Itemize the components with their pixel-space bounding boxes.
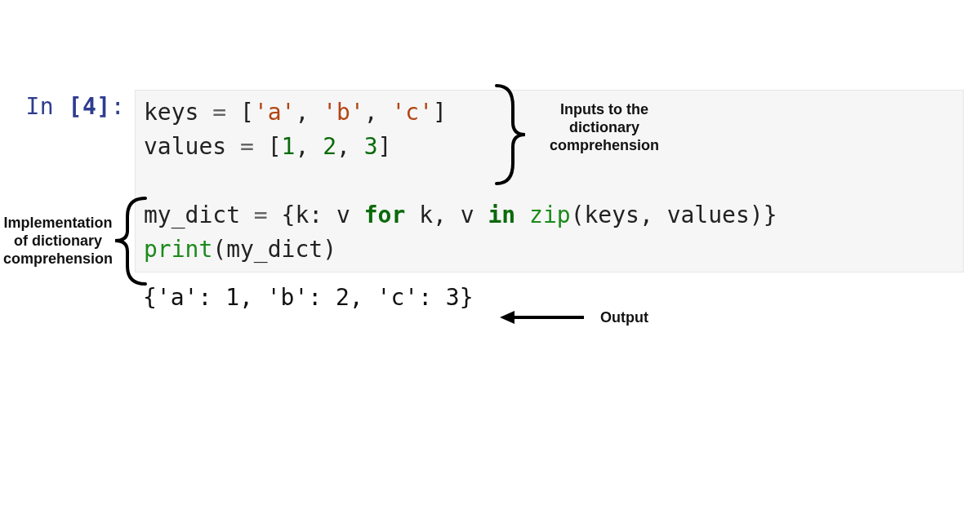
annotation-output: Output [600, 308, 648, 326]
svg-marker-1 [500, 311, 514, 324]
var-values: values [144, 133, 226, 160]
in-label: In [25, 93, 54, 120]
annotation-inputs: Inputs to the dictionary comprehension [539, 100, 670, 154]
print-call: print [144, 236, 212, 263]
brace-right-icon [488, 82, 529, 188]
in-number: [4] [69, 93, 111, 120]
output-text: {'a': 1, 'b': 2, 'c': 3} [143, 284, 474, 311]
var-keys: keys [144, 99, 198, 126]
arrow-left-icon [498, 306, 588, 329]
input-prompt: In [4]: [0, 90, 135, 124]
annotation-impl: Implementation of dictionary comprehensi… [0, 214, 119, 268]
var-mydict: my_dict [144, 202, 240, 228]
